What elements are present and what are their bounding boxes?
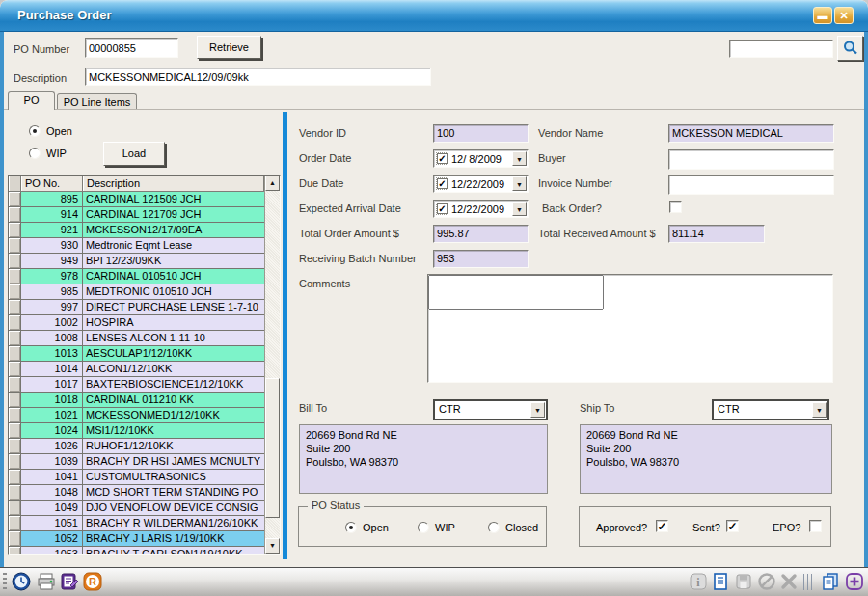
row-selector[interactable] [9, 485, 21, 501]
row-selector[interactable] [9, 377, 21, 393]
r-logo-icon[interactable]: R [83, 572, 102, 591]
epo-checkbox[interactable] [809, 520, 822, 532]
table-row[interactable]: 1048MCD SHORT TERM STANDING PO [9, 485, 264, 501]
save-icon[interactable] [734, 572, 753, 591]
table-row[interactable]: 1041CUSTOMULTRASONICS [9, 470, 264, 485]
load-button[interactable]: Load [103, 142, 165, 166]
info-icon[interactable]: i [689, 572, 708, 591]
row-selector[interactable] [9, 454, 21, 470]
row-selector[interactable] [9, 346, 21, 362]
header-description[interactable]: Description [83, 176, 264, 192]
row-selector[interactable] [9, 547, 21, 554]
clock-icon[interactable] [12, 572, 31, 591]
bill-to-dropdown-icon[interactable]: ▼ [530, 402, 545, 418]
open-radio[interactable] [29, 125, 41, 137]
row-selector[interactable] [9, 470, 21, 485]
close-button[interactable]: ✕ [834, 7, 854, 24]
table-row[interactable]: 1026RUHOF1/12/10KK [9, 439, 264, 454]
block-icon[interactable] [757, 572, 776, 591]
row-selector[interactable] [9, 254, 21, 269]
table-row[interactable]: 1024MSI1/12/10KK [9, 423, 264, 439]
table-row[interactable]: 930Medtronic Eqmt Lease [9, 238, 264, 254]
document-icon[interactable] [711, 572, 730, 591]
table-row[interactable]: 1051BRACHY R WILDERMAN1/26/10KK [9, 516, 264, 531]
table-row[interactable]: 1013AESCULAP1/12/10KK [9, 346, 264, 362]
tab-po-line-items[interactable]: PO Line Items [57, 93, 137, 110]
row-selector[interactable] [9, 362, 21, 377]
sent-checkbox[interactable] [726, 520, 739, 532]
add-plus-icon[interactable] [845, 572, 864, 591]
row-selector[interactable] [9, 439, 21, 454]
table-row[interactable]: 921MCKESSON12/17/09EA [9, 223, 264, 238]
print-icon[interactable] [37, 572, 56, 591]
row-selector[interactable] [9, 223, 21, 238]
table-row[interactable]: 1039BRACHY DR HSI JAMES MCNULTY [9, 454, 264, 470]
table-row[interactable]: 1017BAXTERBIOSCIENCE1/12/10KK [9, 377, 264, 393]
table-row[interactable]: 1021MCKESSONMED1/12/10KK [9, 408, 264, 423]
row-selector[interactable] [9, 331, 21, 346]
bill-to-combo[interactable]: CTR ▼ [433, 399, 548, 420]
approved-checkbox[interactable] [656, 520, 668, 532]
scrollbar-thumb[interactable] [265, 378, 280, 518]
invoice-number-input[interactable] [669, 176, 833, 194]
expected-arrival-field[interactable]: 12/22/2009 ▼ [433, 200, 529, 218]
back-order-checkbox[interactable] [669, 201, 682, 213]
delete-x-icon[interactable] [779, 572, 799, 591]
wip-radio[interactable] [29, 148, 41, 159]
table-row[interactable]: 1008LENSES ALCON 1-11-10 [9, 331, 264, 346]
table-row[interactable]: 914CARDINAL 121709 JCH [9, 207, 264, 223]
table-row[interactable]: 1018CARDINAL 011210 KK [9, 393, 264, 408]
table-row[interactable]: 978CARDINAL 010510 JCH [9, 269, 264, 284]
order-date-field[interactable]: 12/ 8/2009 ▼ [433, 149, 529, 168]
due-date-checkbox[interactable] [437, 178, 448, 189]
row-selector[interactable] [9, 207, 21, 223]
scroll-down-icon[interactable]: ▼ [265, 538, 280, 554]
table-row[interactable]: 1052BRACHY J LARIS 1/19/10KK [9, 531, 264, 547]
description-input[interactable] [86, 68, 430, 85]
po-status-closed-radio[interactable] [488, 522, 500, 533]
comments-textarea[interactable] [428, 275, 604, 310]
table-row[interactable]: 985MEDTRONIC 010510 JCH [9, 284, 264, 300]
edit-note-icon[interactable] [60, 572, 79, 591]
table-row[interactable]: 1053BRACHY T CARLSON1/19/10KK [9, 547, 264, 554]
row-selector[interactable] [9, 516, 21, 531]
po-number-input[interactable] [86, 39, 177, 57]
row-selector[interactable] [9, 393, 21, 408]
due-date-dropdown-icon[interactable]: ▼ [512, 176, 527, 191]
title-bar[interactable]: Purchase Order ▬ ✕ [0, 0, 868, 32]
row-selector[interactable] [9, 501, 21, 516]
retrieve-button[interactable]: Retrieve [197, 36, 261, 59]
ship-to-dropdown-icon[interactable]: ▼ [812, 402, 827, 418]
row-selector[interactable] [9, 284, 21, 300]
row-selector[interactable] [9, 269, 21, 284]
row-selector[interactable] [9, 192, 21, 207]
row-selector[interactable] [9, 408, 21, 423]
toolbar-grip[interactable] [3, 573, 7, 592]
expected-arrival-dropdown-icon[interactable]: ▼ [512, 202, 527, 216]
row-selector[interactable] [9, 238, 21, 254]
table-row[interactable]: 895CARDINAL 121509 JCH [9, 192, 264, 207]
row-selector[interactable] [9, 315, 21, 331]
table-row[interactable]: 1014ALCON1/12/10KK [9, 362, 264, 377]
scroll-up-icon[interactable]: ▲ [265, 176, 280, 191]
row-selector[interactable] [9, 300, 21, 315]
expected-arrival-checkbox[interactable] [437, 203, 448, 214]
order-date-checkbox[interactable] [437, 153, 448, 164]
row-selector[interactable] [9, 531, 21, 547]
po-status-open-radio[interactable] [345, 522, 357, 533]
ship-to-combo[interactable]: CTR ▼ [712, 399, 829, 420]
buyer-input[interactable] [669, 150, 833, 169]
table-row[interactable]: 997DIRECT PURCHASE LENSE 1-7-10 [9, 300, 264, 315]
order-date-dropdown-icon[interactable]: ▼ [512, 151, 527, 166]
search-button[interactable] [837, 36, 863, 61]
tab-po[interactable]: PO [8, 91, 55, 110]
due-date-field[interactable]: 12/22/2009 ▼ [433, 175, 529, 193]
minimize-button[interactable]: ▬ [813, 7, 832, 24]
po-status-wip-radio[interactable] [418, 522, 429, 533]
table-row[interactable]: 1002HOSPIRA [9, 315, 264, 331]
search-input[interactable] [730, 41, 832, 57]
row-selector[interactable] [9, 423, 21, 439]
header-po-no[interactable]: PO No. [21, 176, 83, 192]
grid-scrollbar[interactable]: ▲ ▼ [264, 176, 280, 554]
copy-icon[interactable] [821, 572, 840, 591]
